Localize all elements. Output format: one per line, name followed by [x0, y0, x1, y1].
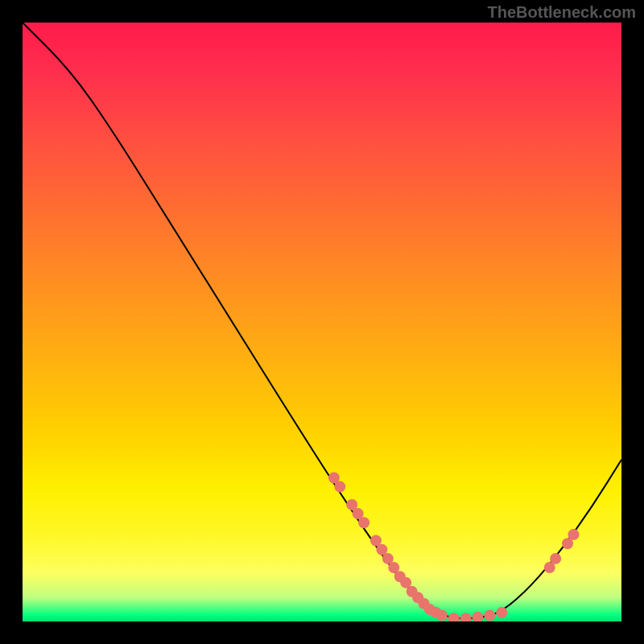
- chart-svg: [23, 23, 621, 621]
- data-point: [436, 610, 448, 621]
- watermark-text: TheBottleneck.com: [488, 3, 636, 22]
- scatter-points-group: [328, 472, 580, 621]
- bottleneck-curve: [23, 23, 621, 618]
- data-point: [472, 612, 483, 621]
- data-point: [550, 553, 561, 564]
- data-point: [496, 607, 507, 618]
- chart-area: [23, 23, 621, 621]
- data-point: [568, 529, 579, 540]
- data-point: [484, 610, 495, 621]
- data-point: [460, 613, 472, 621]
- data-point: [334, 481, 345, 493]
- data-point: [358, 517, 369, 528]
- data-point: [448, 613, 460, 621]
